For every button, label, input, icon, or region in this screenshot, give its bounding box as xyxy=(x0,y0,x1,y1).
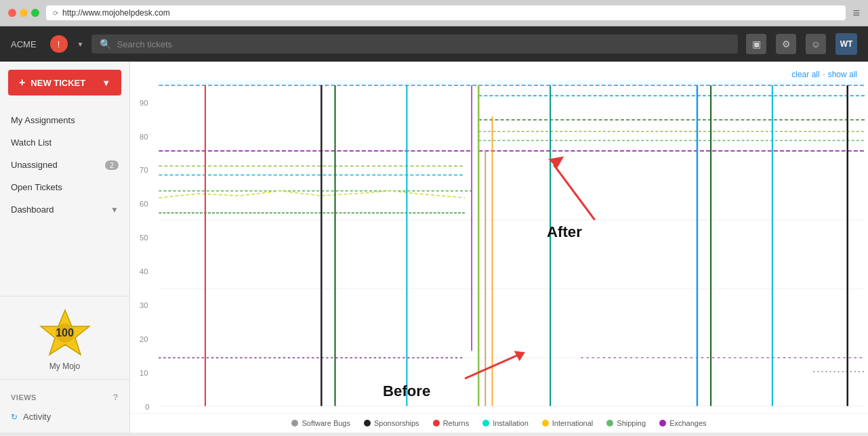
maximize-dot[interactable] xyxy=(31,9,39,17)
search-bar: 🔍 xyxy=(91,35,738,53)
views-header-label: VIEWS xyxy=(11,393,37,401)
svg-text:80: 80 xyxy=(140,133,148,141)
app-container: ACME ! ▼ 🔍 ▣ ⚙ ☺ WT + NEW TICKET ▼ My As… xyxy=(0,26,868,433)
unassigned-badge: 2 xyxy=(105,160,119,170)
notification-button[interactable]: ! xyxy=(50,35,68,53)
sidebar-nav: My Assignments Watch List Unassigned 2 O… xyxy=(0,104,129,293)
legend-label-international: International xyxy=(552,419,594,427)
legend-dot-installation xyxy=(482,420,489,427)
sidebar-item-unassigned[interactable]: Unassigned 2 xyxy=(0,154,129,176)
legend-label-shipping: Shipping xyxy=(617,419,646,427)
settings-icon-button[interactable]: ⚙ xyxy=(776,34,796,54)
plus-icon: + xyxy=(19,77,25,89)
legend-label-installation: Installation xyxy=(493,419,529,427)
legend-label-returns: Returns xyxy=(443,419,470,427)
legend-dot-returns xyxy=(433,420,440,427)
chart-svg: 0 10 20 30 40 50 60 70 80 90 100 xyxy=(130,82,868,413)
legend-item-installation: Installation xyxy=(482,419,529,427)
close-dot[interactable] xyxy=(8,9,16,17)
legend-dot-software-bugs xyxy=(291,420,298,427)
chart-toolbar-separator: - xyxy=(823,70,825,79)
views-header: VIEWS ? xyxy=(0,388,129,406)
views-help-icon[interactable]: ? xyxy=(113,392,119,402)
sidebar-item-activity[interactable]: ↻ Activity xyxy=(0,406,129,427)
app-header: ACME ! ▼ 🔍 ▣ ⚙ ☺ WT xyxy=(0,26,868,62)
legend-item-software-bugs: Software Bugs xyxy=(291,419,350,427)
activity-icon: ↻ xyxy=(11,412,18,422)
legend-dot-sponsorships xyxy=(364,420,371,427)
sidebar-item-label: Unassigned xyxy=(11,160,58,170)
activity-label: Activity xyxy=(23,412,51,422)
svg-line-55 xyxy=(554,165,595,220)
svg-text:After: After xyxy=(547,223,582,240)
sidebar-item-label: My Assignments xyxy=(11,115,75,125)
mojo-label: My Mojo xyxy=(49,362,80,371)
show-all-link[interactable]: show all xyxy=(828,70,857,79)
chart-toolbar: clear all - show all xyxy=(130,67,868,82)
sidebar-item-label: Dashboard xyxy=(11,204,54,215)
mojo-section: 100 My Mojo xyxy=(0,296,129,380)
header-icons: ▣ ⚙ ☺ WT xyxy=(746,33,857,55)
legend-label-sponsorships: Sponsorships xyxy=(374,419,419,427)
chart-area: clear all - show all 0 10 20 30 40 50 60… xyxy=(130,62,868,433)
new-ticket-button[interactable]: + NEW TICKET ▼ xyxy=(8,70,121,95)
legend-label-software-bugs: Software Bugs xyxy=(302,419,350,427)
legend-item-returns: Returns xyxy=(433,419,470,427)
legend-dot-international xyxy=(542,420,549,427)
browser-chrome: ⟳ http://www.mojohelpdesk.com ≡ xyxy=(0,0,868,26)
avatar-button[interactable]: WT xyxy=(835,33,857,55)
dashboard-arrow-icon: ▼ xyxy=(110,205,119,215)
chart-wrapper: 0 10 20 30 40 50 60 70 80 90 100 xyxy=(130,82,868,413)
url-bar[interactable]: ⟳ http://www.mojohelpdesk.com xyxy=(46,5,846,20)
svg-text:60: 60 xyxy=(140,200,148,208)
sidebar-item-label: Open Tickets xyxy=(11,182,62,192)
clear-all-link[interactable]: clear all xyxy=(791,70,819,79)
svg-text:90: 90 xyxy=(140,99,148,107)
refresh-icon: ⟳ xyxy=(53,9,58,17)
svg-text:20: 20 xyxy=(140,335,148,343)
legend-item-shipping: Shipping xyxy=(606,419,646,427)
chart-legend: Software Bugs Sponsorships Returns Insta… xyxy=(130,413,868,433)
mojo-score: 100 xyxy=(56,327,74,339)
emoji-icon-button[interactable]: ☺ xyxy=(806,34,826,54)
legend-dot-exchanges xyxy=(659,420,666,427)
legend-item-exchanges: Exchanges xyxy=(659,419,706,427)
new-ticket-caret: ▼ xyxy=(102,78,110,88)
svg-text:40: 40 xyxy=(140,267,148,276)
browser-dots xyxy=(8,9,39,17)
svg-text:30: 30 xyxy=(140,301,148,309)
svg-text:Before: Before xyxy=(383,382,430,399)
main-content: + NEW TICKET ▼ My Assignments Watch List… xyxy=(0,62,868,433)
sidebar-item-dashboard[interactable]: Dashboard ▼ xyxy=(0,198,129,221)
legend-label-exchanges: Exchanges xyxy=(669,419,706,427)
sidebar-item-label: Watch List xyxy=(11,137,51,148)
new-ticket-label: NEW TICKET xyxy=(30,78,85,88)
svg-text:70: 70 xyxy=(140,166,148,174)
search-icon: 🔍 xyxy=(100,39,111,49)
legend-item-sponsorships: Sponsorships xyxy=(364,419,419,427)
sidebar-item-watch-list[interactable]: Watch List xyxy=(0,131,129,154)
browser-menu-icon[interactable]: ≡ xyxy=(852,6,860,20)
url-text: http://www.mojohelpdesk.com xyxy=(62,8,170,18)
legend-item-international: International xyxy=(542,419,594,427)
svg-text:0: 0 xyxy=(145,403,149,411)
app-logo: ACME xyxy=(11,39,37,49)
sidebar: + NEW TICKET ▼ My Assignments Watch List… xyxy=(0,62,130,433)
sidebar-item-my-assignments[interactable]: My Assignments xyxy=(0,109,129,131)
sidebar-item-open-tickets[interactable]: Open Tickets xyxy=(0,176,129,198)
mojo-star: 100 xyxy=(38,307,92,359)
inbox-icon-button[interactable]: ▣ xyxy=(746,34,766,54)
minimize-dot[interactable] xyxy=(20,9,28,17)
views-section: VIEWS ? ↻ Activity xyxy=(0,383,129,433)
notification-caret[interactable]: ▼ xyxy=(77,41,84,48)
legend-dot-shipping xyxy=(606,420,613,427)
search-input[interactable] xyxy=(117,39,730,49)
svg-text:50: 50 xyxy=(140,234,148,242)
svg-text:10: 10 xyxy=(140,369,148,377)
